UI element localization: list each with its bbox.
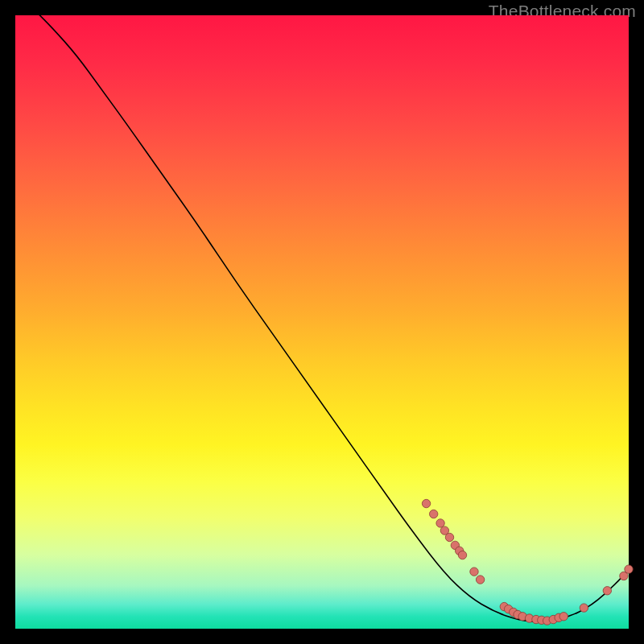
- chart-stage: TheBottleneck.com: [0, 0, 644, 644]
- data-dot: [470, 568, 478, 576]
- data-dot: [625, 565, 633, 573]
- data-dot: [445, 533, 453, 541]
- data-dot: [436, 519, 444, 527]
- data-dot: [422, 499, 430, 507]
- bottleneck-curve: [34, 9, 629, 621]
- plot-svg: [15, 15, 629, 629]
- data-dot: [603, 587, 611, 595]
- data-dot: [429, 510, 437, 518]
- data-dot: [458, 551, 466, 559]
- data-dot: [476, 576, 484, 584]
- data-dot: [580, 604, 588, 612]
- data-dot: [559, 613, 568, 621]
- plot-area: [15, 15, 629, 629]
- scatter-dots: [422, 499, 633, 625]
